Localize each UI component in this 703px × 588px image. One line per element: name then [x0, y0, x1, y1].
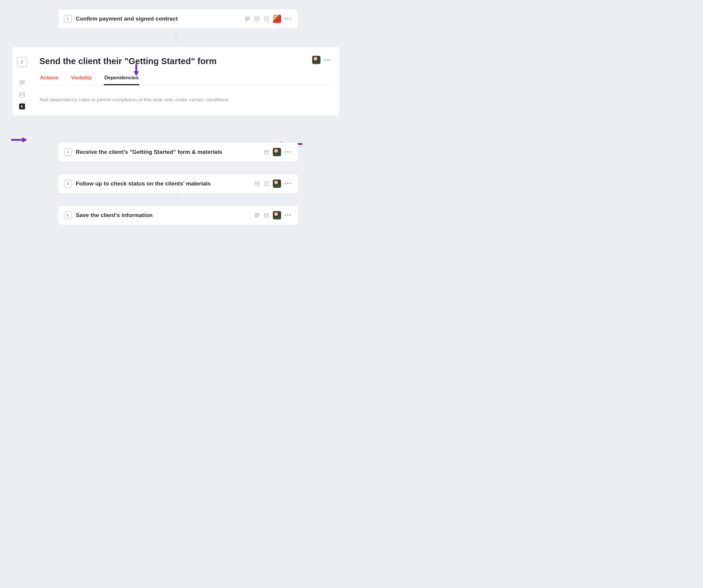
task-title: Save the client's information	[76, 212, 249, 219]
step-number-box: 1	[64, 15, 72, 23]
avatar[interactable]	[273, 15, 281, 23]
task-title: Send the client their "Getting Started" …	[40, 56, 312, 67]
task-card[interactable]: 5 Save the client's information •••	[58, 206, 298, 225]
svg-point-3	[257, 19, 258, 20]
automation-icon[interactable]	[263, 15, 270, 22]
task-title: Confirm payment and signed contract	[76, 15, 240, 22]
svg-point-11	[266, 152, 267, 153]
more-menu-icon[interactable]: •••	[284, 15, 291, 22]
task-title: Follow up to check status on the clients…	[76, 180, 249, 187]
svg-point-19	[265, 216, 266, 216]
svg-point-10	[265, 152, 266, 153]
calendar-icon[interactable]	[254, 180, 260, 187]
svg-point-12	[267, 152, 268, 153]
tab-actions[interactable]: Actions	[40, 75, 59, 85]
svg-rect-9	[264, 150, 268, 154]
svg-point-16	[257, 184, 258, 185]
tab-dependencies[interactable]: Dependencies	[104, 75, 139, 85]
more-menu-icon[interactable]: •••	[284, 212, 291, 219]
annotation-arrow-right-icon	[22, 137, 27, 143]
task-card[interactable]: 4 Follow up to check status on the clien…	[58, 174, 298, 194]
svg-point-21	[267, 216, 268, 216]
step-number-box: 3	[64, 148, 72, 156]
step-number-box: 4	[64, 180, 72, 188]
avatar[interactable]	[273, 179, 281, 188]
avatar[interactable]	[312, 56, 320, 64]
more-menu-icon[interactable]: •••	[284, 180, 291, 187]
automation-icon[interactable]	[263, 180, 270, 187]
automation-icon[interactable]	[19, 103, 25, 109]
svg-point-14	[256, 184, 256, 185]
svg-point-7	[21, 95, 22, 96]
svg-rect-13	[255, 182, 259, 186]
description-icon[interactable]	[19, 80, 25, 86]
calendar-icon[interactable]	[19, 91, 25, 98]
task-card[interactable]: 3 Receive the client's "Getting Started"…	[58, 142, 298, 162]
svg-rect-5	[20, 93, 24, 97]
step-number-box: 2	[17, 57, 27, 67]
step-number-box: 5	[64, 211, 72, 219]
svg-point-2	[257, 19, 257, 20]
svg-point-6	[20, 95, 21, 96]
dependencies-hint: Add dependency rules to permit completio…	[40, 96, 331, 104]
tab-visibility[interactable]: Visibility	[70, 75, 92, 85]
description-icon[interactable]	[244, 15, 251, 22]
calendar-icon[interactable]	[263, 149, 270, 155]
description-icon[interactable]	[254, 212, 260, 219]
svg-point-8	[23, 95, 23, 96]
calendar-icon[interactable]	[254, 15, 260, 22]
task-card[interactable]: 1 Confirm payment and signed contract ••…	[58, 9, 298, 28]
svg-point-20	[266, 216, 267, 216]
task-title: Receive the client's "Getting Started" f…	[76, 149, 259, 155]
task-card-expanded: 2 Send the client their "Getting Started…	[12, 47, 340, 116]
svg-rect-0	[255, 17, 259, 21]
more-menu-icon[interactable]: •••	[323, 57, 331, 64]
svg-rect-18	[264, 214, 268, 217]
svg-point-1	[256, 19, 256, 20]
calendar-icon[interactable]	[263, 212, 270, 219]
svg-point-15	[257, 184, 257, 185]
tab-bar: Actions Visibility Dependencies	[40, 75, 331, 85]
avatar[interactable]	[273, 148, 281, 156]
annotation-arrow-down-icon	[134, 71, 139, 76]
avatar[interactable]	[273, 211, 281, 219]
more-menu-icon[interactable]: •••	[284, 148, 291, 155]
